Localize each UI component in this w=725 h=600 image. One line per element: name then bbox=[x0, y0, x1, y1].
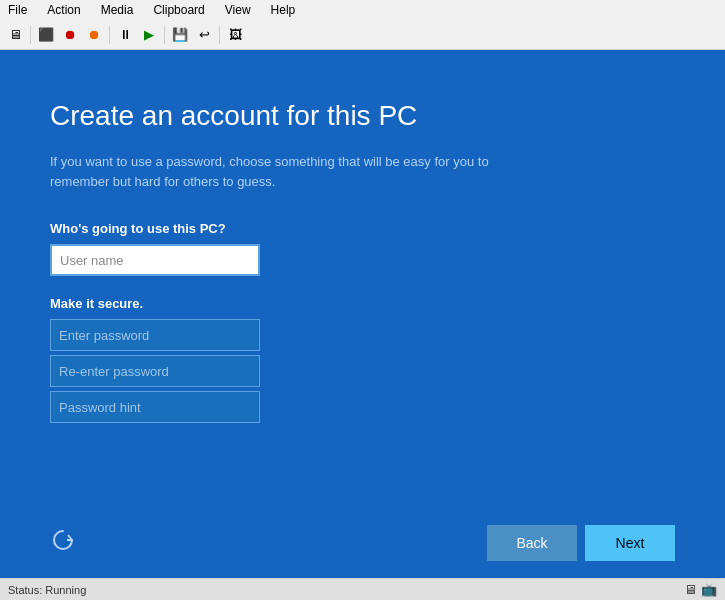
page-subtitle: If you want to use a password, choose so… bbox=[50, 152, 550, 191]
refresh-icon[interactable] bbox=[50, 527, 76, 559]
bottom-bar: Back Next bbox=[0, 508, 725, 578]
next-button[interactable]: Next bbox=[585, 525, 675, 561]
nav-buttons: Back Next bbox=[487, 525, 675, 561]
menu-bar: File Action Media Clipboard View Help bbox=[0, 0, 725, 20]
menu-file[interactable]: File bbox=[4, 3, 31, 17]
toolbar-btn-save[interactable]: 💾 bbox=[169, 24, 191, 46]
who-label: Who's going to use this PC? bbox=[50, 221, 675, 236]
toolbar-btn-revert[interactable]: ↩ bbox=[193, 24, 215, 46]
secure-label: Make it secure. bbox=[50, 296, 675, 311]
toolbar-separator-3 bbox=[164, 26, 165, 44]
status-icons: 🖥 📺 bbox=[684, 582, 717, 597]
menu-action[interactable]: Action bbox=[43, 3, 84, 17]
toolbar-btn-pause[interactable]: ⏸ bbox=[114, 24, 136, 46]
toolbar-separator-4 bbox=[219, 26, 220, 44]
username-input[interactable] bbox=[50, 244, 260, 276]
toolbar: 🖥 ⬛ ⏺ ⏺ ⏸ ▶ 💾 ↩ 🖼 bbox=[0, 20, 725, 50]
toolbar-btn-record-orange[interactable]: ⏺ bbox=[83, 24, 105, 46]
toolbar-btn-extra[interactable]: 🖼 bbox=[224, 24, 246, 46]
menu-view[interactable]: View bbox=[221, 3, 255, 17]
status-icon-1[interactable]: 🖥 bbox=[684, 582, 697, 597]
menu-media[interactable]: Media bbox=[97, 3, 138, 17]
toolbar-btn-new[interactable]: 🖥 bbox=[4, 24, 26, 46]
page-title: Create an account for this PC bbox=[50, 100, 675, 132]
status-text: Status: Running bbox=[8, 584, 86, 596]
toolbar-btn-record-red[interactable]: ⏺ bbox=[59, 24, 81, 46]
back-button[interactable]: Back bbox=[487, 525, 577, 561]
menu-clipboard[interactable]: Clipboard bbox=[149, 3, 208, 17]
status-icon-2[interactable]: 📺 bbox=[701, 582, 717, 597]
status-bar: Status: Running 🖥 📺 bbox=[0, 578, 725, 600]
toolbar-btn-play[interactable]: ▶ bbox=[138, 24, 160, 46]
toolbar-btn-stop[interactable]: ⬛ bbox=[35, 24, 57, 46]
vm-area: Create an account for this PC If you wan… bbox=[0, 50, 725, 578]
reenter-password-input[interactable] bbox=[50, 355, 260, 387]
toolbar-separator-2 bbox=[109, 26, 110, 44]
menu-help[interactable]: Help bbox=[267, 3, 300, 17]
toolbar-separator-1 bbox=[30, 26, 31, 44]
password-input[interactable] bbox=[50, 319, 260, 351]
password-hint-input[interactable] bbox=[50, 391, 260, 423]
